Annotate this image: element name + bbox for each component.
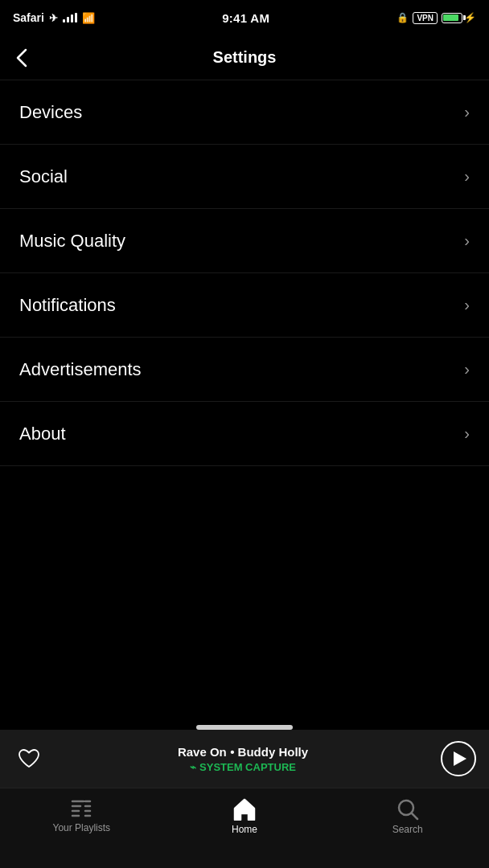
header: Settings (0, 35, 489, 80)
chevron-right-icon-social: › (464, 167, 470, 186)
track-artist: Buddy Holly (238, 745, 309, 759)
settings-item-social[interactable]: Social › (0, 145, 489, 209)
battery-container: ⚡ (442, 12, 476, 23)
now-playing-bar[interactable]: Rave On • Buddy Holly ⌁ SYSTEM CAPTURE (0, 730, 489, 788)
tab-bar: Your Playlists Home Search (0, 788, 489, 868)
tab-label-home: Home (232, 824, 257, 835)
heart-icon (18, 748, 40, 769)
chevron-right-icon-about: › (464, 424, 470, 443)
main-content: Settings Devices › Social › Music Qualit… (0, 35, 489, 788)
vpn-badge: VPN (413, 12, 438, 24)
page-title: Settings (213, 48, 277, 67)
signal-bar-4 (75, 13, 77, 23)
status-left: Safari ✈ 📶 (13, 11, 95, 24)
track-title: Rave On • Buddy Holly (178, 745, 308, 760)
status-right: 🔒 VPN ⚡ (397, 12, 476, 24)
bluetooth-icon: ⌁ (190, 761, 196, 773)
tab-search[interactable]: Search (326, 798, 489, 835)
search-icon (397, 798, 419, 821)
settings-item-label-social: Social (19, 166, 68, 187)
chevron-right-icon-advertisements: › (464, 360, 470, 379)
tab-your-playlists[interactable]: Your Playlists (0, 798, 163, 833)
track-device-info: ⌁ SYSTEM CAPTURE (190, 761, 296, 773)
settings-item-music-quality[interactable]: Music Quality › (0, 209, 489, 273)
signal-bars (63, 13, 77, 23)
signal-bar-3 (71, 14, 73, 23)
back-button[interactable] (16, 48, 27, 68)
home-icon (232, 798, 257, 821)
carrier-label: Safari (13, 11, 44, 24)
status-bar: Safari ✈ 📶 9:41 AM 🔒 VPN ⚡ (0, 0, 489, 35)
track-name: Rave On (178, 745, 227, 759)
airplane-icon: ✈ (49, 12, 58, 24)
settings-item-notifications[interactable]: Notifications › (0, 273, 489, 338)
charging-icon: ⚡ (464, 12, 476, 23)
battery-icon (442, 13, 462, 23)
chevron-right-icon-devices: › (464, 103, 470, 121)
tab-label-your-playlists: Your Playlists (53, 822, 111, 833)
battery-fill (443, 14, 458, 21)
settings-list: Devices › Social › Music Quality › Notif… (0, 80, 489, 466)
status-time: 9:41 AM (222, 11, 269, 25)
tab-home[interactable]: Home (163, 798, 327, 835)
track-separator: • (230, 745, 237, 759)
settings-item-about[interactable]: About › (0, 402, 489, 466)
track-info: Rave On • Buddy Holly ⌁ SYSTEM CAPTURE (55, 745, 431, 773)
settings-item-label-advertisements: Advertisements (19, 359, 142, 380)
settings-item-advertisements[interactable]: Advertisements › (0, 338, 489, 402)
back-chevron-icon (16, 48, 27, 68)
play-icon (454, 751, 466, 766)
settings-item-label-music-quality: Music Quality (19, 231, 125, 252)
device-label: SYSTEM CAPTURE (199, 761, 296, 773)
wifi-icon: 📶 (82, 12, 95, 24)
chevron-right-icon-music-quality: › (464, 231, 470, 250)
settings-item-label-about: About (19, 424, 66, 444)
chevron-right-icon-notifications: › (464, 296, 470, 314)
settings-item-label-notifications: Notifications (19, 295, 116, 316)
settings-item-devices[interactable]: Devices › (0, 80, 489, 145)
tab-label-search: Search (392, 824, 423, 835)
settings-item-label-devices: Devices (19, 102, 82, 123)
signal-bar-1 (63, 19, 65, 23)
play-button[interactable] (441, 741, 476, 776)
your-playlists-icon (69, 798, 93, 819)
lock-icon: 🔒 (397, 12, 409, 23)
svg-line-9 (411, 813, 417, 820)
heart-button[interactable] (13, 743, 45, 775)
signal-bar-2 (67, 17, 69, 23)
